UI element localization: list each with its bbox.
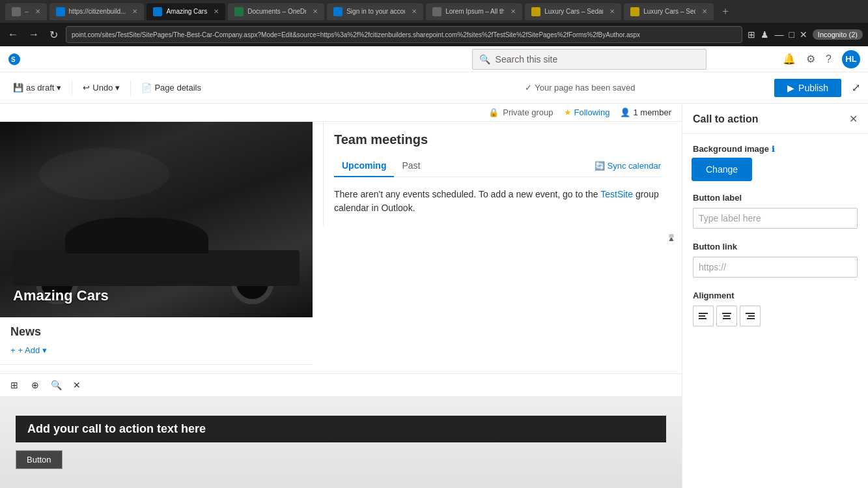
save-draft-button[interactable]: 💾 as draft ▾	[8, 80, 66, 95]
main-layout: 🔒 Private group ★ Following 👤 1 member	[0, 104, 868, 488]
user-avatar[interactable]: HL	[842, 50, 860, 68]
back-button[interactable]: ←	[5, 27, 21, 42]
no-events-text: There aren't any events scheduled. To ad…	[334, 189, 600, 199]
page-details-icon: 📄	[141, 83, 152, 93]
alignment-label: Alignment	[693, 291, 858, 300]
undo-icon: ↩	[83, 83, 90, 93]
change-button[interactable]: Change	[693, 159, 751, 180]
svg-rect-5	[722, 313, 731, 314]
meetings-title: Team meetings	[334, 132, 661, 147]
tab-label-3: Amazing Cars	[166, 8, 207, 15]
minimize-icon[interactable]: —	[774, 29, 783, 40]
tab-icon-6	[432, 7, 441, 16]
alignment-buttons	[693, 306, 858, 326]
tab-close-3[interactable]: ✕	[214, 8, 219, 15]
members-text: 1 member	[633, 108, 671, 117]
profile-icon: ♟	[761, 29, 769, 40]
zoom-in-button[interactable]: ⊕	[26, 376, 44, 394]
button-label-section: Button label	[693, 193, 858, 229]
bg-image-section: Background image ℹ Change	[693, 144, 858, 180]
tab-icon-8	[630, 7, 639, 16]
zoom-fit-button[interactable]: ⊞	[5, 376, 23, 394]
tab-label-7: Luxury Cars – Sedans	[544, 8, 603, 15]
browser-actions: ⊞ ♟ — □ ✕ Incognito (2)	[748, 29, 863, 40]
help-icon[interactable]: ?	[826, 53, 832, 65]
maximize-icon[interactable]: □	[789, 29, 794, 40]
sp-topbar: S 🔍 Search this site 🔔 ⚙ ? HL	[0, 46, 868, 72]
upcoming-label: Upcoming	[342, 160, 386, 171]
close-canvas-button[interactable]: ✕	[68, 376, 86, 394]
align-center-button[interactable]	[716, 306, 737, 326]
private-group-label: 🔒 Private group	[488, 108, 553, 117]
meetings-tabs: Upcoming Past 🔄 Sync calendar	[334, 155, 661, 177]
svg-rect-2	[699, 313, 708, 314]
tab-close-5[interactable]: ✕	[412, 8, 417, 15]
tab-7[interactable]: Luxury Cars – Sedans ✕	[525, 3, 621, 20]
align-left-icon	[698, 311, 708, 321]
lock-icon: 🔒	[488, 108, 499, 117]
following-button[interactable]: ★ Following	[564, 108, 610, 117]
canvas-toolbar: ⊞ ⊕ 🔍 ✕	[0, 373, 682, 397]
tab-past[interactable]: Past	[394, 155, 428, 177]
cta-section: Add your call to action text here Button	[0, 397, 682, 488]
settings-icon[interactable]: ⚙	[806, 53, 815, 65]
tab-icon-4	[234, 7, 244, 16]
search-placeholder: Search this site	[496, 54, 558, 65]
add-news-button[interactable]: + + Add ▾	[10, 344, 47, 356]
svg-rect-7	[723, 318, 731, 319]
forward-button[interactable]: →	[26, 27, 42, 42]
page-details-button[interactable]: 📄 Page details	[136, 80, 206, 95]
zoom-search-button[interactable]: 🔍	[47, 376, 65, 394]
right-panel: Call to action ✕ Background image ℹ Chan…	[682, 104, 868, 488]
svg-rect-3	[699, 315, 705, 317]
private-group-text: Private group	[503, 108, 553, 117]
button-link-input[interactable]	[693, 257, 858, 278]
testsite-link[interactable]: TestSite	[600, 189, 633, 199]
toolbar-left: 💾 as draft ▾ ↩ Undo ▾ 📄 Page details	[8, 80, 386, 96]
svg-rect-4	[699, 318, 707, 319]
tab-upcoming[interactable]: Upcoming	[334, 155, 394, 177]
sync-calendar-button[interactable]: 🔄 Sync calendar	[595, 161, 661, 171]
tab-close-2[interactable]: ✕	[132, 8, 137, 15]
tab-3[interactable]: Amazing Cars ✕	[147, 3, 225, 20]
button-label-input[interactable]	[693, 208, 858, 229]
tab-4[interactable]: Documents – OneDri... ✕	[228, 3, 324, 20]
checkmark-icon: ✓	[525, 83, 532, 93]
site-header-bar: 🔒 Private group ★ Following 👤 1 member	[0, 104, 682, 122]
page-canvas: 🔒 Private group ★ Following 👤 1 member	[0, 104, 682, 488]
new-tab-button[interactable]: ＋	[720, 5, 731, 18]
panel-close-button[interactable]: ✕	[849, 113, 858, 125]
search-box[interactable]: 🔍 Search this site	[472, 49, 707, 70]
info-icon: ℹ	[772, 145, 775, 154]
tab-close-7[interactable]: ✕	[609, 8, 615, 15]
tab-icon-3	[153, 7, 162, 16]
tab-close-6[interactable]: ✕	[511, 8, 516, 15]
tab-2[interactable]: https://citizenbuild... ✕	[49, 3, 145, 20]
tab-close-4[interactable]: ✕	[313, 8, 318, 15]
address-bar[interactable]: point.com/sites/TestSite/SitePages/The-B…	[66, 26, 742, 43]
svg-rect-10	[747, 318, 755, 319]
align-right-button[interactable]	[740, 306, 761, 326]
publish-button[interactable]: ▶ Publish	[774, 79, 841, 97]
close-window-icon[interactable]: ✕	[800, 29, 807, 40]
add-label: + Add	[18, 345, 40, 355]
tab-close-8[interactable]: ✕	[702, 8, 707, 15]
scroll-indicator: ▲	[666, 234, 677, 243]
toolbar-separator-1	[72, 80, 72, 96]
tab-close-1[interactable]: ✕	[35, 8, 40, 15]
tab-5[interactable]: Sign in to your accou... ✕	[327, 3, 423, 20]
add-icon: +	[10, 345, 16, 355]
button-link-label: Button link	[693, 242, 858, 251]
scroll-handle[interactable]	[669, 234, 674, 238]
tab-1[interactable]: – ✕	[5, 3, 47, 20]
refresh-button[interactable]: ↻	[47, 27, 61, 42]
sp-site-links: 🔔 ⚙ ? HL	[783, 50, 860, 68]
align-left-button[interactable]	[693, 306, 714, 326]
undo-button[interactable]: ↩ Undo ▾	[77, 80, 125, 95]
expand-button[interactable]: ⤢	[852, 81, 860, 94]
bell-icon[interactable]: 🔔	[783, 53, 796, 65]
tab-6[interactable]: Lorem Ipsum – All the... ✕	[426, 3, 522, 20]
meetings-section: Team meetings Upcoming Past 🔄 Sync calen…	[323, 122, 671, 225]
tab-8[interactable]: Luxury Cars – Sedans ✕	[624, 3, 714, 20]
members-button[interactable]: 👤 1 member	[620, 108, 671, 117]
